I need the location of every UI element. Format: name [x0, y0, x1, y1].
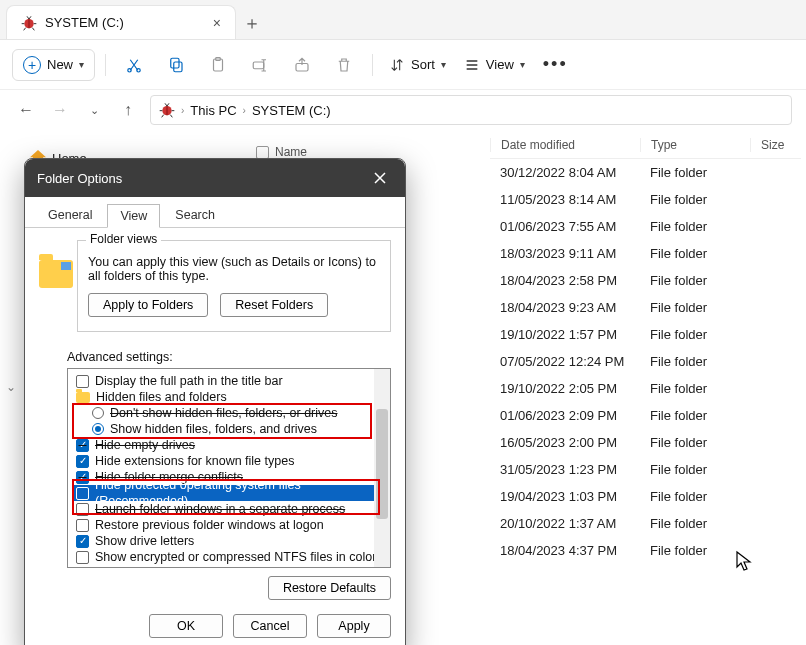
column-header-type[interactable]: Type — [640, 138, 750, 152]
dialog-titlebar[interactable]: Folder Options — [25, 159, 405, 197]
folder-options-dialog: Folder Options General View Search Folde… — [24, 158, 406, 645]
svg-point-2 — [128, 68, 131, 71]
table-row[interactable]: 20/10/2022 1:37 AMFile folder — [490, 510, 801, 537]
dialog-title: Folder Options — [37, 171, 122, 186]
recent-chevron[interactable]: ⌄ — [82, 98, 106, 122]
chevron-down-icon: ▾ — [520, 59, 525, 70]
file-table: Date modified Type Size 30/12/2022 8:04 … — [490, 132, 801, 564]
forward-button[interactable]: → — [48, 98, 72, 122]
folder-views-label: Folder views — [86, 232, 161, 246]
select-all-checkbox[interactable] — [256, 146, 269, 159]
dialog-tabs: General View Search — [25, 197, 405, 228]
trash-icon — [335, 56, 353, 74]
svg-rect-4 — [171, 58, 179, 68]
table-header: Date modified Type Size — [490, 132, 801, 159]
rename-button[interactable] — [242, 47, 278, 83]
table-row[interactable]: 18/04/2023 9:23 AMFile folder — [490, 294, 801, 321]
column-header-size[interactable]: Size — [750, 138, 800, 152]
breadcrumb[interactable]: › This PC › SYSTEM (C:) — [150, 95, 792, 125]
opt-show-encrypted[interactable]: Show encrypted or compressed NTFS files … — [74, 549, 384, 565]
opt-dont-show-hidden[interactable]: Don't show hidden files, folders, or dri… — [74, 405, 384, 421]
tab-title: SYSTEM (C:) — [45, 15, 124, 30]
close-icon — [374, 172, 386, 184]
ok-button[interactable]: OK — [149, 614, 223, 638]
column-header-name[interactable]: Name — [256, 145, 307, 159]
tab-search[interactable]: Search — [162, 203, 228, 227]
scrollbar[interactable] — [374, 369, 390, 567]
opt-full-path[interactable]: Display the full path in the title bar — [74, 373, 384, 389]
opt-hidden-group: Hidden files and folders — [74, 389, 384, 405]
opt-hide-protected[interactable]: Hide protected operating system files (R… — [74, 485, 384, 501]
table-row[interactable]: 19/10/2022 1:57 PMFile folder — [490, 321, 801, 348]
column-header-date[interactable]: Date modified — [490, 138, 640, 152]
chevron-right-icon: › — [243, 105, 246, 116]
table-row[interactable]: 18/04/2023 2:58 PMFile folder — [490, 267, 801, 294]
up-button[interactable]: ↑ — [116, 98, 140, 122]
scrollbar-thumb[interactable] — [376, 409, 388, 519]
svg-rect-5 — [174, 62, 182, 72]
restore-defaults-button[interactable]: Restore Defaults — [268, 576, 391, 600]
folder-views-text: You can apply this view (such as Details… — [88, 255, 380, 283]
breadcrumb-item[interactable]: This PC — [190, 103, 236, 118]
view-list-icon — [464, 57, 480, 73]
cut-button[interactable] — [116, 47, 152, 83]
cancel-button[interactable]: Cancel — [233, 614, 307, 638]
opt-show-drive-letters[interactable]: Show drive letters — [74, 533, 384, 549]
window-tab[interactable]: SYSTEM (C:) × — [6, 5, 236, 39]
delete-button[interactable] — [326, 47, 362, 83]
more-button[interactable]: ••• — [537, 48, 574, 81]
tab-view[interactable]: View — [107, 204, 160, 228]
folder-icon — [76, 392, 90, 403]
table-row[interactable]: 30/12/2022 8:04 AMFile folder — [490, 159, 801, 186]
command-bar: + New ▾ Sort ▾ View ▾ ••• — [0, 40, 806, 90]
nav-row: ← → ⌄ ↑ › This PC › SYSTEM (C:) — [0, 90, 806, 130]
copy-button[interactable] — [158, 47, 194, 83]
tab-close-button[interactable]: × — [213, 15, 221, 31]
folder-views-group: Folder views You can apply this view (su… — [77, 240, 391, 332]
table-row[interactable]: 07/05/2022 12:24 PMFile folder — [490, 348, 801, 375]
apply-button[interactable]: Apply — [317, 614, 391, 638]
opt-hide-extensions[interactable]: Hide extensions for known file types — [74, 453, 384, 469]
rename-icon — [251, 56, 269, 74]
share-button[interactable] — [284, 47, 320, 83]
new-button[interactable]: + New ▾ — [12, 49, 95, 81]
svg-point-3 — [137, 68, 140, 71]
paste-button[interactable] — [200, 47, 236, 83]
table-row[interactable]: 18/03/2023 9:11 AMFile folder — [490, 240, 801, 267]
opt-launch-separate[interactable]: Launch folder windows in a separate proc… — [74, 501, 384, 517]
drive-bug-icon — [21, 15, 37, 31]
dialog-close-button[interactable] — [367, 167, 393, 189]
plus-icon: + — [23, 56, 41, 74]
more-icon: ••• — [543, 54, 568, 75]
scissors-icon — [125, 56, 143, 74]
opt-hide-empty[interactable]: Hide empty drives — [74, 437, 384, 453]
share-icon — [293, 56, 311, 74]
drive-bug-icon — [159, 102, 175, 118]
sort-button[interactable]: Sort ▾ — [383, 51, 452, 79]
new-tab-button[interactable]: ＋ — [236, 7, 268, 39]
sort-icon — [389, 57, 405, 73]
breadcrumb-item[interactable]: SYSTEM (C:) — [252, 103, 331, 118]
advanced-settings-list[interactable]: Display the full path in the title bar H… — [67, 368, 391, 568]
table-row[interactable]: 18/04/2023 4:37 PMFile folder — [490, 537, 801, 564]
tree-expand-chevron[interactable]: ⌄ — [6, 380, 16, 394]
table-row[interactable]: 19/04/2023 1:03 PMFile folder — [490, 483, 801, 510]
copy-icon — [167, 56, 185, 74]
clipboard-icon — [209, 56, 227, 74]
table-row[interactable]: 19/10/2022 2:05 PMFile folder — [490, 375, 801, 402]
reset-folders-button[interactable]: Reset Folders — [220, 293, 328, 317]
back-button[interactable]: ← — [14, 98, 38, 122]
opt-restore-previous[interactable]: Restore previous folder windows at logon — [74, 517, 384, 533]
chevron-down-icon: ▾ — [79, 59, 84, 70]
window-tabbar: SYSTEM (C:) × ＋ — [0, 0, 806, 40]
view-button[interactable]: View ▾ — [458, 51, 531, 79]
table-row[interactable]: 01/06/2023 7:55 AMFile folder — [490, 213, 801, 240]
tab-general[interactable]: General — [35, 203, 105, 227]
mouse-cursor — [735, 550, 753, 572]
table-row[interactable]: 11/05/2023 8:14 AMFile folder — [490, 186, 801, 213]
opt-show-hidden[interactable]: Show hidden files, folders, and drives — [74, 421, 384, 437]
table-row[interactable]: 16/05/2023 2:00 PMFile folder — [490, 429, 801, 456]
apply-to-folders-button[interactable]: Apply to Folders — [88, 293, 208, 317]
table-row[interactable]: 31/05/2023 1:23 PMFile folder — [490, 456, 801, 483]
table-row[interactable]: 01/06/2023 2:09 PMFile folder — [490, 402, 801, 429]
